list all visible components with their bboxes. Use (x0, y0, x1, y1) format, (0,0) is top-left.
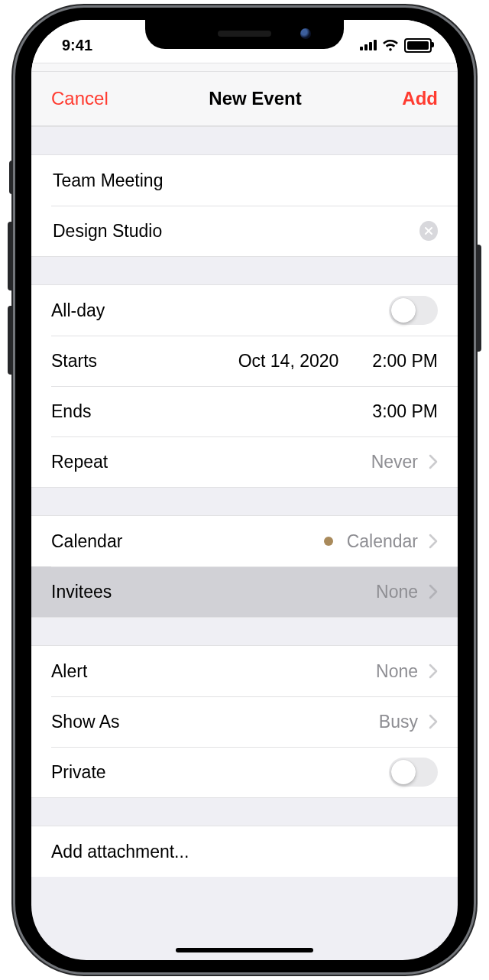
section-spacer (31, 126, 458, 155)
repeat-row[interactable]: Repeat Never (31, 436, 458, 487)
cancel-button[interactable]: Cancel (51, 88, 108, 109)
battery-icon (404, 38, 432, 53)
calendar-value: Calendar (347, 531, 418, 552)
section-spacer (31, 256, 458, 285)
invitees-label: Invitees (51, 582, 112, 602)
starts-date: Oct 14, 2020 (238, 351, 339, 372)
front-camera (300, 28, 311, 39)
modal-title: New Event (209, 88, 301, 109)
alert-label: Alert (51, 661, 87, 682)
volume-down[interactable] (8, 306, 15, 375)
volume-up[interactable] (8, 222, 15, 290)
attachment-group: Add attachment... (31, 826, 458, 877)
private-label: Private (51, 762, 106, 783)
event-location-row[interactable] (31, 206, 458, 256)
speaker (218, 31, 271, 37)
calendar-row[interactable]: Calendar Calendar (31, 516, 458, 566)
chevron-right-icon (429, 454, 438, 469)
card-stack-hint (31, 63, 458, 72)
title-location-group (31, 155, 458, 256)
add-attachment-label: Add attachment... (51, 842, 189, 862)
invitees-value: None (376, 582, 418, 602)
power-button[interactable] (474, 245, 481, 352)
mute-switch[interactable] (9, 161, 15, 194)
wifi-icon (382, 39, 399, 51)
home-indicator[interactable] (176, 948, 313, 952)
calendar-color-dot (324, 537, 333, 546)
chevron-right-icon (429, 534, 438, 549)
chevron-right-icon (429, 664, 438, 679)
alert-value: None (376, 661, 418, 682)
all-day-label: All-day (51, 300, 105, 321)
ends-row[interactable]: Ends 3:00 PM (31, 386, 458, 436)
cellular-icon (360, 40, 377, 50)
ends-label: Ends (51, 401, 91, 422)
notch (145, 20, 344, 49)
clear-location-button[interactable] (419, 221, 438, 241)
close-icon (424, 226, 433, 235)
starts-time: 2:00 PM (372, 351, 438, 372)
event-title-input[interactable] (51, 170, 438, 192)
starts-row[interactable]: Starts Oct 14, 2020 2:00 PM (31, 336, 458, 386)
section-spacer (31, 797, 458, 826)
time-group: All-day Starts Oct 14, 2020 2:00 PM Ends… (31, 285, 458, 487)
alert-row[interactable]: Alert None (31, 646, 458, 696)
show-as-row[interactable]: Show As Busy (31, 696, 458, 747)
invitees-row[interactable]: Invitees None (31, 566, 458, 617)
show-as-value: Busy (379, 712, 418, 732)
add-attachment-row[interactable]: Add attachment... (31, 826, 458, 877)
ends-time: 3:00 PM (372, 401, 438, 422)
repeat-label: Repeat (51, 452, 108, 472)
chevron-right-icon (429, 584, 438, 599)
modal-header: Cancel New Event Add (31, 72, 458, 126)
add-button[interactable]: Add (402, 88, 438, 109)
phone-frame: 9:41 Cancel New Event Add (15, 8, 474, 972)
screen: 9:41 Cancel New Event Add (31, 20, 458, 960)
starts-label: Starts (51, 351, 97, 372)
status-time: 9:41 (62, 29, 92, 54)
event-title-row[interactable] (31, 155, 458, 206)
private-toggle[interactable] (389, 758, 438, 787)
all-day-row: All-day (31, 285, 458, 336)
show-as-label: Show As (51, 712, 120, 732)
chevron-right-icon (429, 714, 438, 729)
event-location-input[interactable] (51, 220, 409, 242)
repeat-value: Never (371, 452, 418, 472)
calendar-label: Calendar (51, 531, 122, 552)
private-row: Private (31, 747, 458, 797)
section-spacer (31, 487, 458, 516)
options-group: Alert None Show As Busy Private (31, 646, 458, 797)
calendar-group: Calendar Calendar Invitees None (31, 516, 458, 617)
all-day-toggle[interactable] (389, 296, 438, 325)
section-spacer (31, 617, 458, 646)
